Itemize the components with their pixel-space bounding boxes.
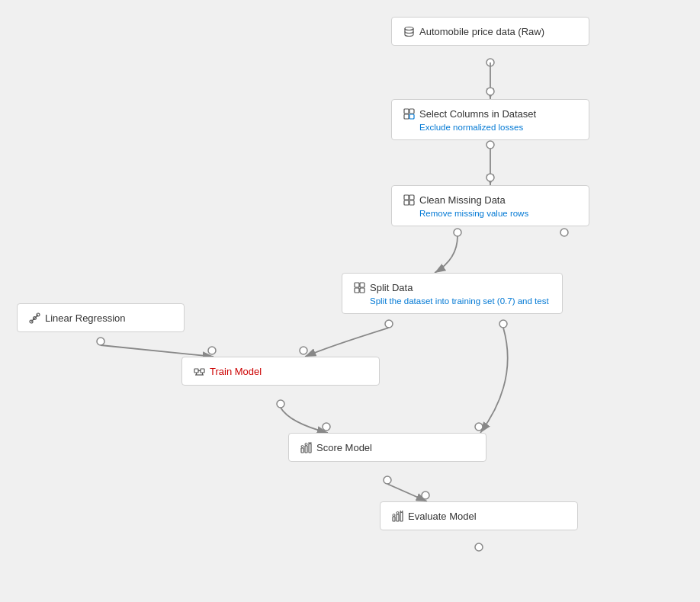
node-select-columns-subtitle: Exclude normalized losses	[403, 123, 578, 132]
node-train-model-title: Train Model	[210, 366, 262, 377]
svg-point-6	[560, 229, 568, 236]
svg-point-50	[393, 514, 395, 516]
node-train-model[interactable]: Train Model	[181, 357, 380, 386]
svg-rect-42	[305, 446, 307, 453]
svg-point-16	[422, 492, 429, 499]
svg-rect-30	[360, 288, 364, 293]
svg-rect-24	[409, 195, 414, 200]
svg-point-17	[475, 543, 483, 551]
svg-point-18	[405, 27, 413, 30]
score-icon	[300, 441, 312, 453]
svg-point-9	[499, 320, 507, 328]
svg-point-3	[486, 141, 494, 149]
svg-rect-26	[409, 200, 414, 205]
svg-rect-29	[355, 288, 359, 293]
svg-rect-22	[409, 114, 414, 119]
node-clean-missing-title: Clean Missing Data	[419, 194, 506, 206]
svg-rect-21	[404, 114, 409, 119]
pipeline-canvas: Automobile price data (Raw) Select Colum…	[0, 0, 700, 602]
node-select-columns-title: Select Columns in Dataset	[419, 108, 536, 120]
node-split-data-subtitle: Split the dataset into training set (0.7…	[353, 296, 551, 306]
svg-point-2	[486, 88, 494, 95]
svg-rect-49	[400, 512, 403, 521]
node-score-model-title: Score Model	[316, 442, 372, 453]
svg-rect-28	[360, 283, 364, 287]
svg-point-5	[454, 229, 461, 236]
node-automobile[interactable]: Automobile price data (Raw)	[391, 17, 589, 46]
evaluate-icon	[391, 510, 403, 522]
split-icon	[353, 281, 365, 293]
svg-rect-36	[201, 369, 204, 373]
svg-point-52	[400, 511, 403, 513]
svg-point-44	[301, 445, 303, 447]
database-icon	[403, 25, 415, 37]
node-select-columns[interactable]: Select Columns in Dataset Exclude normal…	[391, 99, 589, 140]
svg-rect-48	[397, 514, 399, 521]
svg-rect-20	[409, 109, 414, 114]
regression-icon	[28, 312, 40, 324]
svg-point-45	[305, 443, 307, 445]
svg-point-10	[475, 423, 483, 431]
transform-icon	[403, 107, 415, 120]
svg-rect-47	[393, 517, 395, 521]
clean-icon	[403, 194, 415, 206]
svg-line-34	[31, 315, 38, 322]
node-linear-regression-title: Linear Regression	[45, 312, 126, 324]
svg-point-13	[277, 400, 284, 408]
svg-rect-27	[355, 283, 359, 287]
svg-point-4	[486, 174, 494, 181]
svg-point-7	[385, 320, 393, 328]
svg-point-1	[486, 59, 494, 66]
svg-point-8	[300, 347, 307, 354]
svg-point-51	[397, 511, 399, 514]
svg-rect-35	[194, 369, 198, 373]
node-clean-missing[interactable]: Clean Missing Data Remove missing value …	[391, 185, 589, 226]
node-evaluate-model[interactable]: Evaluate Model	[380, 501, 578, 530]
node-score-model[interactable]: Score Model	[288, 433, 486, 462]
node-split-data-title: Split Data	[370, 282, 413, 293]
svg-rect-41	[301, 448, 303, 453]
train-icon	[193, 365, 205, 377]
svg-rect-19	[404, 109, 409, 114]
svg-rect-23	[404, 195, 409, 200]
svg-point-46	[309, 442, 311, 444]
node-automobile-title: Automobile price data (Raw)	[419, 26, 544, 37]
svg-rect-43	[309, 443, 311, 453]
svg-point-11	[97, 338, 104, 345]
svg-point-12	[208, 347, 216, 354]
node-split-data[interactable]: Split Data Split the dataset into traini…	[342, 273, 563, 314]
svg-rect-25	[404, 200, 409, 205]
node-clean-missing-subtitle: Remove missing value rows	[403, 209, 578, 218]
svg-point-15	[384, 476, 391, 484]
node-evaluate-model-title: Evaluate Model	[408, 511, 477, 522]
svg-point-14	[323, 423, 330, 431]
node-linear-regression[interactable]: Linear Regression	[17, 303, 185, 332]
